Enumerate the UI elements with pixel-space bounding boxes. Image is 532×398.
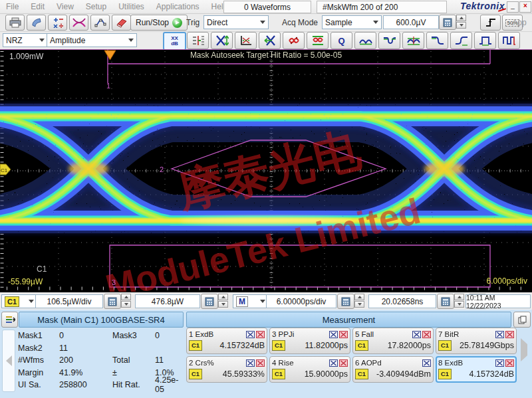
measurement-cell-3-ppji[interactable]: 3 PPJiC111.82000ps (269, 328, 350, 354)
horizontal-position-spinner[interactable] (454, 294, 464, 308)
max-level-readout: 1.009mW (9, 52, 44, 61)
horizontal-position-keypad[interactable] (437, 294, 454, 309)
measurement-scroll-right[interactable] (521, 344, 527, 356)
horizontal-scale-spinner[interactable] (354, 294, 364, 308)
q-factor-button[interactable]: Q (331, 32, 352, 49)
mask-db-button[interactable]: XXdB (163, 32, 186, 50)
stat-value: 4.25e-05 (155, 375, 186, 394)
timebase-readout: 6.000ps/div (487, 276, 527, 286)
eye-wave-button[interactable] (354, 32, 376, 49)
measurement-name: 8 ExdB (438, 359, 463, 367)
mask-panel-header[interactable]: Mask (Main C1) 100GBASE-SR4 (19, 312, 184, 328)
trigger-level-spinner[interactable] (456, 15, 466, 29)
acq-mode-select[interactable]: Sample (322, 15, 382, 29)
vertical-scale-spinner[interactable] (121, 294, 131, 308)
measurement-cell-icons (329, 359, 348, 367)
horizontal-scale-field[interactable]: 6.00000ps/div (266, 294, 336, 308)
mask1-label: 1 (106, 82, 110, 90)
menu-edit[interactable]: Edit (25, 1, 51, 11)
results-panel: Mask (Main C1) 100GBASE-SR4 Measurement … (0, 310, 532, 398)
eraser-button[interactable] (112, 15, 131, 31)
measurement-cells: 1 ExdBC14.157324dB3 PPJiC111.82000ps5 Fa… (186, 328, 517, 383)
close-button[interactable]: × (519, 1, 531, 13)
measurement-cell-1-exdb[interactable]: 1 ExdBC14.157324dB (186, 328, 267, 354)
vertical-scale-field[interactable]: 106.5µW/div (35, 294, 103, 308)
mask-eye-icon (412, 331, 421, 338)
pulse-top-icon (478, 35, 493, 47)
measurement-cell-6-aopd[interactable]: 6 AOPdC1-3.409494dBm (352, 356, 434, 383)
edge-trigger-button[interactable] (480, 15, 501, 31)
measurement-cell-2-crs[interactable]: 2 Crs%C145.59333% (186, 356, 267, 383)
measurement-value: 15.90000ps (305, 369, 348, 379)
stat-label: ± (112, 368, 155, 377)
clipboard-button[interactable] (27, 15, 46, 31)
measurement-cell-8-exdb[interactable]: 8 ExdBC14.157324dB (436, 356, 517, 383)
spin-down-icon[interactable] (456, 22, 466, 29)
chevron-down-icon (260, 300, 265, 303)
eraser-icon (116, 17, 128, 28)
mask-waveform-count: #MskWfm 200 of 200 (317, 1, 447, 13)
mask-test-button[interactable] (69, 15, 88, 31)
channel-select[interactable]: C1 (1, 294, 37, 308)
eye-wave-ticks-icon (406, 35, 421, 47)
vertical-offset-keypad[interactable] (201, 294, 218, 309)
measurement-cell-7-bitr[interactable]: 7 BitRC125.78149Gbps (436, 328, 517, 354)
keypad-button[interactable] (439, 15, 456, 30)
vertical-offset-field[interactable]: 476.8µW (135, 294, 200, 308)
measurement-cell-5-fall[interactable]: 5 FallC117.82000ps (352, 328, 434, 354)
menu-view[interactable]: View (51, 1, 80, 11)
mask-plot-button[interactable] (235, 32, 257, 49)
math-badge: M (236, 296, 248, 307)
run-stop-button[interactable]: Run/Stop (130, 15, 188, 31)
menu-setup[interactable]: Setup (80, 1, 112, 11)
vertical-offset-spinner[interactable] (218, 294, 228, 308)
falling-edge-button[interactable] (426, 32, 448, 49)
vertical-scale-keypad[interactable] (104, 294, 121, 309)
calculator-icon (441, 297, 450, 306)
spin-up-icon[interactable] (456, 15, 466, 21)
app-button[interactable]: App (508, 16, 531, 29)
falling-edge-icon (430, 35, 445, 47)
trigger-source-select[interactable]: Direct (203, 15, 269, 29)
menu-file[interactable]: File (0, 1, 25, 11)
measure-category-select[interactable]: Amplitude (47, 33, 137, 47)
horizontal-scale-keypad[interactable] (337, 294, 354, 309)
mask2-label: 2 (160, 165, 164, 173)
measurement-panel-header[interactable]: Measurement (186, 312, 511, 328)
source-badge: C1 (189, 340, 202, 351)
mask-hits-lines-button[interactable] (307, 32, 329, 49)
mask-eye-icon (329, 331, 338, 338)
measurement-cell-4-rise[interactable]: 4 RiseC115.90000ps (269, 356, 350, 383)
trigger-level-field[interactable]: 600.0µV (383, 15, 439, 29)
print-icon (9, 17, 21, 28)
math-button[interactable] (48, 15, 67, 31)
minimize-button[interactable]: _ (507, 1, 519, 13)
arrow-left-icon (6, 355, 12, 366)
mask-hits-button[interactable] (283, 32, 305, 49)
horizontal-position-field[interactable]: 20.02658ns (368, 294, 436, 308)
duplicate-icon (518, 316, 527, 324)
mask-left-button[interactable] (259, 32, 281, 49)
waveform-database-button[interactable] (90, 15, 110, 31)
rising-pulse-button[interactable] (450, 32, 472, 49)
autoset-marks-button[interactable] (187, 32, 209, 49)
duplicate-view-button[interactable] (513, 312, 531, 328)
q-factor-icon: Q (338, 36, 344, 46)
mask-hits-red-icon (505, 359, 514, 367)
eye-wave-ticks-button[interactable] (402, 32, 424, 49)
autoset-marks-icon (192, 35, 205, 47)
pulse-top-button[interactable] (474, 32, 496, 49)
menu-applications[interactable]: Applications (150, 1, 205, 11)
mask-hits-icon (287, 35, 301, 47)
measurement-cell-icons (329, 331, 348, 338)
nrz-bits-button[interactable] (498, 32, 520, 49)
mask-vertical-button[interactable] (211, 32, 233, 49)
print-button[interactable] (5, 15, 25, 31)
timebase-select[interactable]: M (233, 294, 269, 308)
pulse-negative-button[interactable] (378, 32, 400, 49)
waveform-list-button[interactable] (1, 312, 18, 328)
stat-value: 41.9% (59, 368, 112, 377)
menu-utilities[interactable]: Utilities (112, 1, 150, 11)
mask-panel-scroll-left[interactable] (2, 330, 15, 392)
signal-type-select[interactable]: NRZ (3, 33, 48, 47)
